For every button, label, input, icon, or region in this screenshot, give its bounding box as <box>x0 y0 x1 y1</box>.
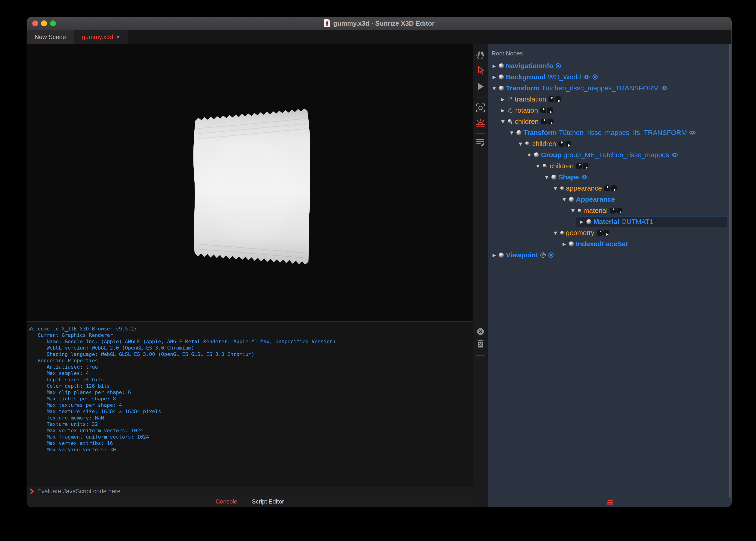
node-def-name-label: WO_World <box>548 73 581 81</box>
outline-row[interactable]: ▼TransformTütchen_rissc_mappes_ifs_TRANS… <box>488 127 731 138</box>
collapse-arrow-icon[interactable]: ▼ <box>509 130 514 135</box>
route-connector-icons[interactable] <box>604 185 618 192</box>
outline-row[interactable]: ▶translation <box>488 94 731 105</box>
visibility-eye-icon[interactable] <box>661 86 668 91</box>
collapse-arrow-icon[interactable]: ▼ <box>561 197 567 202</box>
outline-row[interactable]: ▼TransformTütchen_rissc_mappes_TRANSFORM <box>488 82 731 94</box>
node-def-name-label: Tütchen_rissc_mappes_ifs_TRANSFORM <box>559 129 687 137</box>
screen-background: { "window": { "title": "gummy.x3d · Sunr… <box>0 0 756 541</box>
visibility-eye-icon[interactable] <box>689 130 696 135</box>
tab-gummy-x3d[interactable]: gummy.x3d × <box>74 30 128 44</box>
collapse-arrow-icon[interactable]: ▼ <box>526 152 532 157</box>
console-prompt-input[interactable]: Evaluate JavaScript code here. <box>27 487 473 495</box>
route-connector-icons[interactable] <box>576 162 589 170</box>
hand-pan-tool-icon[interactable] <box>476 50 485 60</box>
environment-light-icon[interactable] <box>475 118 486 127</box>
collapse-arrow-icon[interactable]: ▼ <box>570 208 576 213</box>
expand-arrow-icon[interactable]: ▶ <box>491 253 497 258</box>
outline-row[interactable]: ▼geometry <box>488 227 731 238</box>
main-content: Welcome to X_ITE X3D Browser v9.5.2: Cur… <box>27 44 731 507</box>
outline-row[interactable]: ▼children <box>488 160 731 172</box>
window-title-text: gummy.x3d · Sunrize X3D Editor <box>333 20 435 27</box>
outline-tree[interactable]: Root Nodes ▶NavigationInfo▶BackgroundWO_… <box>488 44 731 498</box>
route-connector-icons[interactable] <box>540 107 554 114</box>
prompt-chevron-icon <box>30 488 35 494</box>
zoom-window-button[interactable] <box>50 20 56 26</box>
outline-row[interactable]: ▼Groupgroup_ME_Tütchen_rissc_mappes <box>488 149 731 160</box>
visibility-eye-icon[interactable] <box>671 152 678 157</box>
collapse-arrow-icon[interactable]: ▼ <box>491 86 497 91</box>
tab-label: gummy.x3d <box>82 34 113 41</box>
panel-scrollbar[interactable] <box>729 44 731 498</box>
tool-wrench-icon[interactable] <box>540 252 546 258</box>
node-sphere-icon <box>516 130 521 135</box>
console-line: Texture memory: NaN <box>29 415 473 421</box>
3d-viewport[interactable] <box>27 44 473 321</box>
visibility-eye-icon[interactable] <box>583 75 590 80</box>
delete-console-icon[interactable] <box>477 339 484 348</box>
outline-row[interactable]: ▶NavigationInfo <box>488 60 731 71</box>
collapse-arrow-icon[interactable]: ▼ <box>535 164 541 169</box>
expand-arrow-icon[interactable]: ▶ <box>579 219 584 224</box>
bottom-tabbar: Console Script Editor <box>27 495 473 507</box>
clear-console-icon[interactable] <box>476 327 485 336</box>
route-connector-icons[interactable] <box>558 140 572 147</box>
node-sphere-icon <box>499 253 504 258</box>
field-name-label: geometry <box>566 229 594 237</box>
bind-node-icon[interactable] <box>548 252 554 258</box>
expand-arrow-icon[interactable]: ▶ <box>500 108 506 113</box>
mfnode-field-icon <box>543 163 548 169</box>
minimize-window-button[interactable] <box>41 20 47 26</box>
node-def-name-label: OUTMAT1 <box>621 218 653 226</box>
outline-row[interactable]: ▼appearance <box>488 183 731 194</box>
outline-row[interactable]: ▼children <box>488 116 731 127</box>
script-notes-icon[interactable] <box>476 138 486 147</box>
expand-arrow-icon[interactable]: ▶ <box>561 242 567 247</box>
list-view-icon[interactable] <box>606 499 614 506</box>
toolbar-divider <box>476 133 485 134</box>
close-window-button[interactable] <box>32 20 38 26</box>
outline-row[interactable]: ▶BackgroundWO_World <box>488 71 731 82</box>
play-icon[interactable] <box>476 82 485 91</box>
snapshot-viewpoint-icon[interactable] <box>476 103 486 113</box>
outline-row[interactable]: ▶IndexedFaceSet <box>488 238 731 250</box>
outline-row[interactable]: ▼Appearance <box>488 194 731 205</box>
node-type-label: NavigationInfo <box>506 62 553 70</box>
route-connector-icons[interactable] <box>596 229 610 237</box>
bind-node-icon[interactable] <box>592 74 598 80</box>
outline-row[interactable]: ▼Shape <box>488 172 731 183</box>
outline-row[interactable]: ▶Viewpoint <box>488 250 731 261</box>
expand-arrow-icon[interactable]: ▶ <box>500 97 506 102</box>
outline-row[interactable]: ▶rotation <box>488 105 731 116</box>
node-sphere-icon <box>586 219 591 224</box>
tab-script-editor[interactable]: Script Editor <box>252 498 284 505</box>
expand-arrow-icon[interactable]: ▶ <box>491 63 497 68</box>
tab-console[interactable]: Console <box>215 498 237 505</box>
outline-row[interactable]: ▼children <box>488 138 731 149</box>
route-connector-icons[interactable] <box>541 118 554 125</box>
route-connector-icons[interactable] <box>610 207 623 214</box>
collapse-arrow-icon[interactable]: ▼ <box>500 119 506 124</box>
node-type-label: Shape <box>558 173 579 181</box>
route-connector-icons[interactable] <box>548 96 562 103</box>
console-output[interactable]: Welcome to X_ITE X3D Browser v9.5.2: Cur… <box>27 321 473 487</box>
tab-new-scene[interactable]: New Scene <box>27 30 74 44</box>
outline-row[interactable]: ▼material <box>488 205 731 216</box>
arrow-select-tool-icon[interactable] <box>476 65 485 76</box>
root-nodes-label: Root Nodes <box>488 44 731 60</box>
node-sphere-icon <box>499 63 504 68</box>
collapse-arrow-icon[interactable]: ▼ <box>518 141 523 146</box>
collapse-arrow-icon[interactable]: ▼ <box>544 175 549 180</box>
mfnode-field-icon <box>525 141 530 147</box>
visibility-eye-icon[interactable] <box>581 175 588 180</box>
collapse-arrow-icon[interactable]: ▼ <box>553 186 558 191</box>
console-line: Max clip planes per shape: 6 <box>29 389 473 396</box>
outline-row[interactable]: ▶MaterialOUTMAT1 <box>576 216 727 227</box>
bind-node-icon[interactable] <box>555 63 561 69</box>
node-sphere-icon <box>569 197 574 202</box>
field-name-label: translation <box>515 95 546 103</box>
tab-close-icon[interactable]: × <box>116 33 120 41</box>
field-name-label: children <box>550 162 574 170</box>
expand-arrow-icon[interactable]: ▶ <box>491 75 497 80</box>
collapse-arrow-icon[interactable]: ▼ <box>553 230 558 235</box>
